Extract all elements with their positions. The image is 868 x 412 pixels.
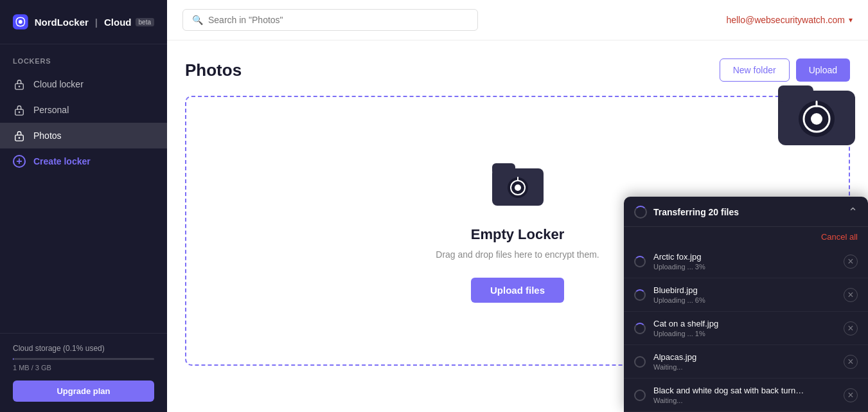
lockers-section-label: Lockers [0,57,167,71]
transfer-item: Black and white dog sat with back turned… [624,379,868,412]
search-bar[interactable]: 🔍 [182,9,478,31]
chevron-down-icon: ▾ [849,15,853,24]
file-info: Bluebird.jpg Uploading ... 6% [653,285,705,304]
cancel-item-button[interactable]: × [844,255,858,269]
transfer-header-left: Transferring 20 files [634,206,739,219]
plus-circle-icon: + [13,155,26,168]
folder-icon-wrap [492,159,544,213]
create-locker-item[interactable]: + Create locker [0,148,167,174]
file-name: Alpacas.jpg [653,352,696,362]
file-spinner [634,356,646,368]
cancel-item-button[interactable]: × [844,288,858,302]
page-header: Photos New folder Upload [185,58,850,82]
search-input[interactable] [208,15,468,25]
sidebar-brand: NordLocker | Cloud beta [35,17,154,28]
page-actions: New folder Upload [720,58,850,82]
svg-point-3 [19,85,21,87]
photos-label: Photos [33,130,62,141]
transfer-list: Arctic fox.jpg Uploading ... 3% × Bluebi… [624,245,868,412]
file-spinner [634,289,646,301]
svg-point-7 [19,137,21,139]
cancel-all-row: Cancel all [624,227,868,245]
folder-preview [778,79,855,150]
file-info: Alpacas.jpg Waiting... [653,352,696,371]
transfer-panel: Transferring 20 files ⌃ Cancel all Arcti… [624,197,868,412]
nordlocker-logo [13,12,28,32]
storage-label: Cloud storage (0.1% used) [13,344,154,353]
sidebar: NordLocker | Cloud beta Lockers Cloud lo… [0,0,167,412]
transfer-header: Transferring 20 files ⌃ [624,197,868,227]
cloud-locker-label: Cloud locker [33,79,84,89]
pipe-divider: | [95,17,98,28]
sidebar-nav: Lockers Cloud locker Personal [0,44,167,333]
file-status: Waiting... [653,363,696,371]
cancel-item-button[interactable]: × [844,355,858,369]
transfer-item: Alpacas.jpg Waiting... × [624,345,868,379]
user-email: hello@websecuritywatch.com [726,15,845,25]
svg-point-17 [515,184,521,191]
transfer-item-left: Bluebird.jpg Uploading ... 6% [634,285,705,304]
transfer-spinner [634,206,647,219]
transfer-item: Cat on a shelf.jpg Uploading ... 1% × [624,312,868,345]
beta-badge: beta [136,18,154,26]
transfer-item-left: Arctic fox.jpg Uploading ... 3% [634,252,705,271]
file-name: Arctic fox.jpg [653,252,705,262]
transfer-item-left: Cat on a shelf.jpg Uploading ... 1% [634,319,718,337]
file-name: Bluebird.jpg [653,285,705,295]
file-info: Black and white dog sat with back turned… [653,386,808,404]
svg-rect-9 [778,85,813,102]
personal-icon [13,103,26,116]
cancel-item-button[interactable]: × [844,321,858,336]
new-folder-button[interactable]: New folder [720,58,790,82]
file-status: Waiting... [653,397,808,404]
file-info: Cat on a shelf.jpg Uploading ... 1% [653,319,718,337]
page-title: Photos [185,60,242,80]
empty-locker-title: Empty Locker [471,226,565,243]
sidebar-footer: Cloud storage (0.1% used) 1 MB / 3 GB Up… [0,333,167,412]
sidebar-item-cloud-locker[interactable]: Cloud locker [0,71,167,97]
empty-locker-subtitle: Drag and drop files here to encrypt them… [436,249,599,260]
file-status: Uploading ... 3% [653,263,705,271]
brand-name: NordLocker [35,17,89,28]
file-info: Arctic fox.jpg Uploading ... 3% [653,252,705,271]
svg-rect-14 [492,163,515,175]
collapse-panel-button[interactable]: ⌃ [848,206,858,218]
svg-point-12 [811,113,822,125]
svg-point-5 [19,111,21,113]
create-locker-label: Create locker [33,156,91,166]
storage-size: 1 MB / 3 GB [13,364,154,372]
upload-files-button[interactable]: Upload files [471,278,564,303]
transfer-item-left: Black and white dog sat with back turned… [634,386,808,404]
sidebar-item-personal[interactable]: Personal [0,97,167,123]
cloud-locker-icon [13,78,26,91]
file-spinner [634,323,646,334]
photos-icon [13,129,26,142]
file-status: Uploading ... 1% [653,330,718,337]
sidebar-item-photos[interactable]: Photos [0,123,167,148]
file-spinner [634,390,646,401]
transfer-title: Transferring 20 files [653,207,739,217]
cancel-all-button[interactable]: Cancel all [821,232,858,242]
storage-bar-bg [13,358,154,360]
transfer-item: Bluebird.jpg Uploading ... 6% × [624,278,868,312]
file-spinner [634,256,646,267]
file-name: Black and white dog sat with back turned… [653,386,808,395]
personal-label: Personal [33,105,69,115]
user-area[interactable]: hello@websecuritywatch.com ▾ [726,15,853,25]
file-name: Cat on a shelf.jpg [653,319,718,328]
transfer-item: Arctic fox.jpg Uploading ... 3% × [624,245,868,278]
search-icon: 🔍 [192,15,203,25]
sidebar-header: NordLocker | Cloud beta [0,0,167,44]
cancel-item-button[interactable]: × [844,388,858,402]
topbar: 🔍 hello@websecuritywatch.com ▾ [167,0,868,40]
brand-cloud: Cloud [104,17,132,28]
upgrade-plan-button[interactable]: Upgrade plan [13,381,154,402]
file-status: Uploading ... 6% [653,296,705,304]
upload-button[interactable]: Upload [796,58,850,82]
transfer-item-left: Alpacas.jpg Waiting... [634,352,696,371]
svg-point-1 [19,20,22,24]
